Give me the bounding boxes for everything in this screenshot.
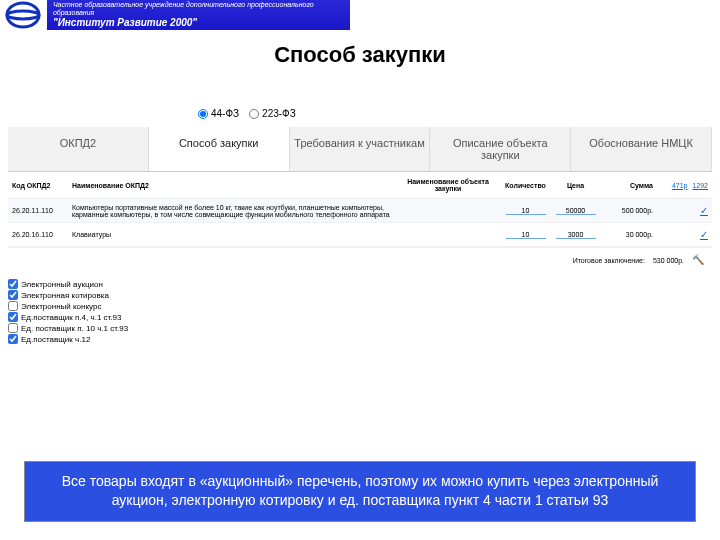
col-qty: Количество <box>498 182 553 189</box>
col-code: Код ОКПД2 <box>12 182 72 189</box>
tab-method[interactable]: Способ закупки <box>149 127 290 171</box>
cell-qty <box>498 231 553 239</box>
method-checkboxes: Электронный аукционЭлектронная котировка… <box>8 279 712 344</box>
cell-name: Клавиатуры <box>72 231 398 238</box>
radio-44fz[interactable]: 44-ФЗ <box>198 108 239 119</box>
total-row: Итоговое заключение: 530 000р. 🔨 <box>8 247 712 271</box>
total-value: 530 000р. <box>653 257 684 264</box>
qty-input[interactable] <box>506 207 546 215</box>
table-row: 26.20.16.110Клавиатуры30 000р.✓ <box>8 223 712 247</box>
col-sum: Сумма <box>598 182 653 189</box>
col-obj: Наименование объекта закупки <box>398 178 498 192</box>
tab-description[interactable]: Описание объекта закупки <box>430 127 571 171</box>
table-header: Код ОКПД2 Наименование ОКПД2 Наименовани… <box>8 172 712 199</box>
method-checkbox[interactable]: Ед.поставщик п.4, ч.1 ст.93 <box>8 312 712 322</box>
price-input[interactable] <box>556 231 596 239</box>
law-radios: 44-ФЗ 223-ФЗ <box>198 108 712 119</box>
method-checkbox[interactable]: Электронная котировка <box>8 290 712 300</box>
hammer-icon: 🔨 <box>692 254 704 265</box>
check-icon: ✓ <box>700 229 708 240</box>
cell-code: 26.20.16.110 <box>12 231 72 238</box>
link-1292[interactable]: 1292 <box>692 182 708 189</box>
cell-price <box>553 231 598 239</box>
method-checkbox[interactable]: Ед. поставщик п. 10 ч.1 ст.93 <box>8 323 712 333</box>
tab-bar: ОКПД2 Способ закупки Требования к участн… <box>8 127 712 172</box>
brand-text: Частное образовательное учреждение допол… <box>53 1 350 30</box>
page-title: Способ закупки <box>0 42 720 68</box>
svg-point-1 <box>7 11 39 19</box>
table-row: 26.20.11.110Компьютеры портативные массо… <box>8 199 712 223</box>
main-content: 44-ФЗ 223-ФЗ ОКПД2 Способ закупки Требов… <box>0 108 720 344</box>
total-label: Итоговое заключение: <box>573 257 645 264</box>
tab-nmck[interactable]: Обоснование НМЦК <box>571 127 712 171</box>
cell-sum: 500 000р. <box>598 207 653 214</box>
brand-header: Частное образовательное учреждение допол… <box>0 0 350 30</box>
cell-qty <box>498 207 553 215</box>
check-icon: ✓ <box>700 205 708 216</box>
tab-requirements[interactable]: Требования к участникам <box>290 127 431 171</box>
tab-okpd2[interactable]: ОКПД2 <box>8 127 149 171</box>
cell-action: ✓ <box>653 205 708 216</box>
checkbox-label: Ед.поставщик п.4, ч.1 ст.93 <box>21 313 121 322</box>
method-checkbox[interactable]: Электронный конкурс <box>8 301 712 311</box>
checkbox-label: Электронный конкурс <box>21 302 101 311</box>
col-links: 471р 1292 <box>653 182 708 189</box>
cell-action: ✓ <box>653 229 708 240</box>
radio-223fz[interactable]: 223-ФЗ <box>249 108 296 119</box>
cell-code: 26.20.11.110 <box>12 207 72 214</box>
footer-note: Все товары входят в «аукционный» перечен… <box>24 461 696 522</box>
qty-input[interactable] <box>506 231 546 239</box>
method-checkbox[interactable]: Электронный аукцион <box>8 279 712 289</box>
checkbox-label: Электронная котировка <box>21 291 109 300</box>
cell-sum: 30 000р. <box>598 231 653 238</box>
checkbox-label: Электронный аукцион <box>21 280 103 289</box>
brand-logo <box>0 0 47 30</box>
price-input[interactable] <box>556 207 596 215</box>
cell-name: Компьютеры портативные массой не более 1… <box>72 204 398 218</box>
checkbox-label: Ед.поставщик ч.12 <box>21 335 90 344</box>
method-checkbox[interactable]: Ед.поставщик ч.12 <box>8 334 712 344</box>
cell-price <box>553 207 598 215</box>
checkbox-label: Ед. поставщик п. 10 ч.1 ст.93 <box>21 324 128 333</box>
col-name: Наименование ОКПД2 <box>72 182 398 189</box>
link-471[interactable]: 471р <box>672 182 688 189</box>
col-price: Цена <box>553 182 598 189</box>
svg-point-0 <box>7 3 39 27</box>
